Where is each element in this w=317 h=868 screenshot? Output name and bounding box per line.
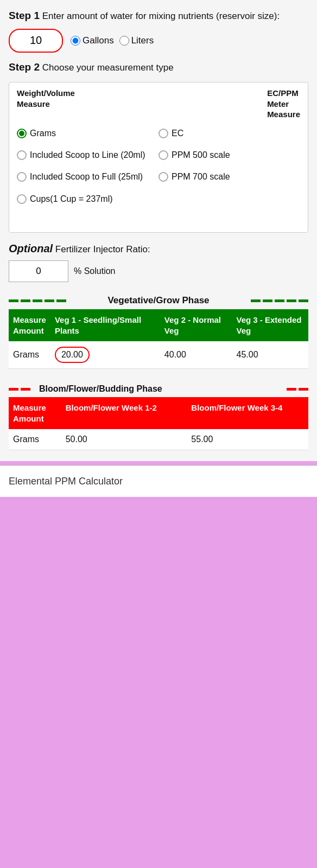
- veg-dash-7: [263, 299, 272, 302]
- veg-row-val2: 40.00: [160, 341, 232, 369]
- elemental-title: Elemental PPM Calculator: [9, 476, 308, 487]
- cups-radio[interactable]: [17, 194, 27, 204]
- col2-header: EC/PPMMeterMeasure: [267, 88, 300, 120]
- step1-label: Step 1: [9, 10, 40, 21]
- liters-radio[interactable]: [119, 36, 129, 46]
- ec-label: EC: [172, 127, 183, 139]
- bloom-header-row: MeasureAmount Bloom/Flower Week 1-2 Bloo…: [9, 397, 308, 429]
- veg-phase-title: Vegetative/Grow Phase: [71, 295, 246, 306]
- elemental-section: Elemental PPM Calculator: [0, 465, 317, 497]
- bloom-row-wk34: 55.00: [187, 429, 308, 450]
- veg-row-val1: 20.00: [50, 341, 160, 369]
- bloom-col-measure: MeasureAmount: [9, 397, 61, 429]
- ppm700-option[interactable]: PPM 700 scale: [158, 171, 300, 183]
- veg-col-2: Veg 2 - Normal Veg: [160, 309, 232, 341]
- optional-description: Fertilizer Injector Ratio:: [55, 244, 150, 254]
- ec-radio[interactable]: [158, 129, 168, 138]
- gallons-text: Gallons: [83, 35, 114, 46]
- table-row: Grams 50.00 55.00: [9, 429, 308, 450]
- bloom-col-wk34: Bloom/Flower Week 3-4: [187, 397, 308, 429]
- veg-col-measure: MeasureAmount: [9, 309, 50, 341]
- bloom-table: MeasureAmount Bloom/Flower Week 1-2 Bloo…: [9, 397, 308, 450]
- solution-label: % Solution: [74, 266, 116, 276]
- bloom-dash-1: [9, 388, 18, 391]
- veg-dash-10: [299, 299, 308, 302]
- ppm500-label: PPM 500 scale: [172, 149, 230, 161]
- scoop-full-label: Included Scoop to Full (25ml): [30, 171, 143, 183]
- grams-label: Grams: [30, 127, 56, 139]
- cups-option[interactable]: Cups(1 Cup = 237ml): [17, 193, 158, 205]
- bloom-dash-3: [287, 388, 296, 391]
- gallons-radio[interactable]: [71, 36, 80, 46]
- gallons-label[interactable]: Gallons: [71, 35, 114, 46]
- bloom-dash-4: [299, 388, 308, 391]
- veg-dashes-right: [251, 299, 308, 302]
- veg-highlighted-value: 20.00: [55, 347, 90, 363]
- veg-dash-4: [45, 299, 54, 302]
- scoop-full-option[interactable]: Included Scoop to Full (25ml): [17, 171, 158, 183]
- bloom-col-wk12: Bloom/Flower Week 1-2: [61, 397, 187, 429]
- injector-input[interactable]: [9, 260, 68, 282]
- measure-options-row: Grams Included Scoop to Line (20ml) Incl…: [17, 127, 300, 215]
- bloom-table-scroll: MeasureAmount Bloom/Flower Week 1-2 Bloo…: [9, 397, 308, 450]
- scoop-line-label: Included Scoop to Line (20ml): [30, 149, 145, 161]
- scoop-line-radio[interactable]: [17, 150, 27, 160]
- liters-label[interactable]: Liters: [119, 35, 154, 46]
- veg-header-row: MeasureAmount Veg 1 - Seedling/Small Pla…: [9, 309, 308, 341]
- veg-table: MeasureAmount Veg 1 - Seedling/Small Pla…: [9, 309, 308, 369]
- cups-label: Cups(1 Cup = 237ml): [30, 193, 113, 205]
- ppm700-radio[interactable]: [158, 172, 168, 182]
- bloom-dashes-right: [287, 388, 308, 391]
- ppm700-label: PPM 700 scale: [172, 171, 230, 183]
- measure-columns: Weight/VolumeMeasure EC/PPMMeterMeasure: [17, 88, 300, 120]
- bloom-dash-2: [21, 388, 30, 391]
- veg-col-3: Veg 3 - Extended Veg: [232, 309, 308, 341]
- scoop-full-radio[interactable]: [17, 172, 27, 182]
- ppm500-radio[interactable]: [158, 150, 168, 160]
- bloom-phase-title: Bloom/Flower/Budding Phase: [39, 384, 282, 394]
- measure-type-container: Weight/VolumeMeasure EC/PPMMeterMeasure …: [9, 82, 308, 233]
- veg-dash-1: [9, 299, 18, 302]
- liters-text: Liters: [131, 35, 154, 46]
- grams-radio[interactable]: [17, 129, 27, 138]
- step1-header: Step 1 Enter amount of water for mixing …: [9, 9, 308, 23]
- veg-row-measure: Grams: [9, 341, 50, 369]
- bloom-phase-banner: Bloom/Flower/Budding Phase: [9, 380, 308, 397]
- grams-option[interactable]: Grams: [17, 127, 158, 139]
- veg-dash-3: [33, 299, 42, 302]
- measure-options-left: Grams Included Scoop to Line (20ml) Incl…: [17, 127, 158, 215]
- water-amount-input[interactable]: [9, 29, 63, 53]
- veg-table-wrapper: MeasureAmount Veg 1 - Seedling/Small Pla…: [9, 309, 308, 369]
- veg-phase-section: Vegetative/Grow Phase MeasureAmount Veg …: [9, 291, 308, 369]
- veg-phase-banner: Vegetative/Grow Phase: [9, 291, 308, 309]
- injector-row: % Solution: [9, 260, 308, 282]
- bloom-phase-section: Bloom/Flower/Budding Phase MeasureAmount…: [9, 380, 308, 450]
- ec-option[interactable]: EC: [158, 127, 300, 139]
- measure-options-right: EC PPM 500 scale PPM 700 scale: [158, 127, 300, 215]
- veg-dash-2: [21, 299, 30, 302]
- ppm500-option[interactable]: PPM 500 scale: [158, 149, 300, 161]
- veg-dash-8: [275, 299, 284, 302]
- step1-description: Enter amount of water for mixing nutrien…: [42, 11, 280, 21]
- col1-header: Weight/VolumeMeasure: [17, 88, 75, 120]
- bloom-dashes-left: [9, 388, 30, 391]
- bloom-row-measure: Grams: [9, 429, 61, 450]
- bloom-table-wrapper: MeasureAmount Bloom/Flower Week 1-2 Bloo…: [9, 397, 308, 450]
- veg-table-scroll: MeasureAmount Veg 1 - Seedling/Small Pla…: [9, 309, 308, 369]
- veg-dash-6: [251, 299, 261, 302]
- veg-dash-9: [287, 299, 296, 302]
- unit-radio-group: Gallons Liters: [71, 35, 154, 46]
- veg-row-val3: 45.00: [232, 341, 308, 369]
- step2-label: Step 2: [9, 61, 40, 73]
- optional-section: Optional Fertilizer Injector Ratio: % So…: [9, 242, 308, 282]
- veg-col-1: Veg 1 - Seedling/Small Plants: [50, 309, 160, 341]
- table-row: Grams 20.00 40.00 45.00: [9, 341, 308, 369]
- bloom-row-wk12: 50.00: [61, 429, 187, 450]
- optional-header: Optional Fertilizer Injector Ratio:: [9, 242, 308, 255]
- step2-description: Choose your measurement type: [42, 62, 174, 73]
- step2-header: Step 2 Choose your measurement type: [9, 60, 308, 75]
- veg-dashes-left: [9, 299, 66, 302]
- veg-dash-5: [56, 299, 66, 302]
- optional-label: Optional: [9, 242, 53, 254]
- scoop-line-option[interactable]: Included Scoop to Line (20ml): [17, 149, 158, 161]
